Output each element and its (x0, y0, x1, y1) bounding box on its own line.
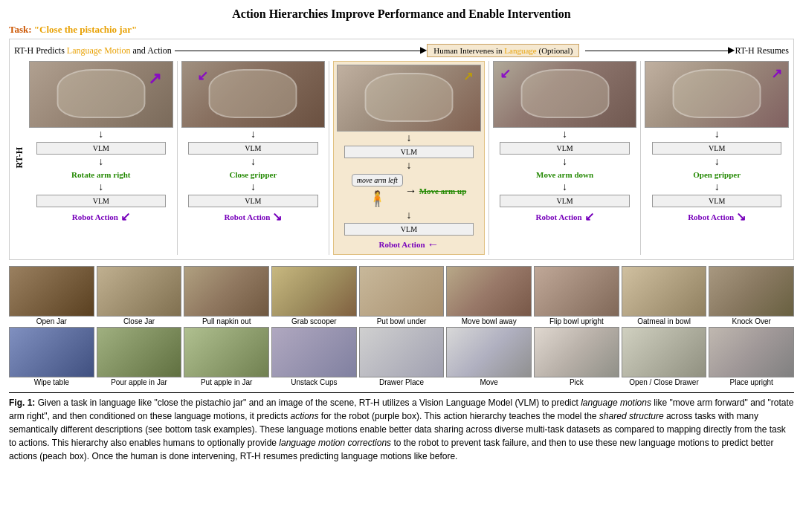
header-arrow-right: ▶ (585, 51, 732, 51)
img-flip-bowl (534, 266, 619, 317)
move-arm-bubble: move arm left (352, 174, 403, 186)
main-title: Action Hierarchies Improve Performance a… (9, 7, 794, 21)
arrow-head-left: ▶ (420, 45, 427, 56)
left-header-text: RT-H Predicts Language Motion and Action (14, 45, 172, 56)
diagram-section: RT-H Predicts Language Motion and Action… (9, 39, 794, 260)
img-label-pull-napkin: Pull napkin out (202, 317, 251, 325)
rt-h-label: RT-H (14, 147, 25, 168)
img-item-flip-bowl: Flip bowl upright (534, 266, 619, 325)
photo-3: ↗ (337, 65, 481, 132)
task-text: "Close the pistachio jar" (34, 24, 137, 35)
robot-action-label-2: Robot Action (224, 213, 270, 221)
img-item-move: Move (446, 327, 532, 386)
images-row-2: Wipe table Pour apple in Jar Put apple i… (9, 327, 794, 386)
arrow-down-5c: ↓ (715, 182, 720, 192)
vlm-action-side: Move arm up (419, 185, 467, 197)
img-knock-over (709, 266, 794, 317)
right-header-text: RT-H Resumes (735, 45, 789, 56)
diagram-center-header: Human Intervenes in Language (Optional) (427, 44, 579, 57)
img-unstack-cups (271, 327, 357, 377)
lang-word-center: Language (504, 46, 536, 55)
img-oatmeal (622, 266, 707, 317)
photo-5: ↗ (645, 61, 789, 128)
action-text-4: Move arm down (536, 170, 593, 179)
vlm-top-2: VLM (188, 142, 317, 155)
robot-action-arrow-2: ↘ (272, 210, 282, 224)
robot-action-label-4: Robot Action (536, 213, 582, 221)
caption-text-1: Given a task in language like "close the… (38, 398, 581, 408)
img-wipe-table (9, 327, 94, 377)
action-text-2: Close gripper (229, 170, 277, 179)
vlm-bottom-1: VLM (36, 195, 166, 207)
img-grab-scooper (271, 266, 357, 317)
img-label-knock-over: Knock Over (732, 317, 771, 325)
img-open-close-drawer (622, 327, 707, 377)
diagram-col-5: ↗ ↓ VLM ↓ Open gripper ↓ VLM Robot Actio… (645, 61, 789, 255)
action-text-3: Move arm up (419, 186, 467, 195)
arrow-down-1c: ↓ (98, 182, 103, 192)
arrow-down-4: ↓ (562, 129, 567, 140)
img-item-pour-apple: Pour apple in Jar (97, 327, 182, 386)
caption-section: Fig. 1: Given a task in language like "c… (9, 392, 794, 463)
images-section: Open Jar Close Jar Pull napkin out Grab … (9, 266, 794, 386)
robot-action-4: Robot Action ↙ (536, 210, 594, 224)
arrow-down-1: ↓ (98, 129, 103, 140)
arrow-overlay-1: ↗ (148, 69, 161, 88)
arrow-down-2: ↓ (251, 129, 256, 140)
img-open-jar (9, 266, 94, 317)
img-pull-napkin (184, 266, 269, 317)
img-item-close-jar: Close Jar (97, 266, 182, 325)
img-label-move: Move (480, 378, 497, 386)
arrow-down-3: ↓ (406, 133, 411, 143)
img-close-jar (97, 266, 182, 317)
img-pick (534, 327, 619, 377)
img-label-drawer-place: Drawer Place (379, 378, 424, 386)
img-item-pick: Pick (534, 327, 619, 386)
arrow-head-right: ▶ (728, 45, 735, 56)
arrow-down-3c: ↓ (406, 210, 411, 221)
robot-action-label-1: Robot Action (72, 213, 118, 221)
columns-container: RT-H ↗ ↓ VLM ↓ Rotate arm right ↓ VLM Ro… (14, 61, 789, 255)
arrow-overlay-2: ↙ (197, 68, 208, 84)
robot-action-1: Robot Action ↙ (72, 210, 130, 224)
img-label-grab-scooper: Grab scooper (291, 317, 337, 325)
img-item-open-close-drawer: Open / Close Drawer (622, 327, 707, 386)
caption-italic-3: shared structure (599, 411, 664, 421)
arrow-down-5b: ↓ (715, 157, 720, 167)
col-sep-4 (640, 61, 641, 255)
arrow-down-3b: ↓ (406, 160, 411, 171)
img-item-wipe-table: Wipe table (9, 327, 94, 386)
img-move-bowl (446, 266, 532, 317)
robot-action-arrow-1: ↙ (120, 210, 130, 224)
col-sep-2 (329, 61, 329, 255)
img-item-move-bowl: Move bowl away (446, 266, 532, 325)
robot-action-2: Robot Action ↘ (224, 210, 282, 224)
img-label-close-jar: Close Jar (123, 317, 155, 325)
img-label-open-close-drawer: Open / Close Drawer (629, 378, 698, 386)
arrow-down-1b: ↓ (98, 157, 103, 167)
lang-motion-text: Language Motion (67, 45, 131, 56)
caption-italic-2: actions (291, 411, 319, 421)
vlm-top-3: VLM (344, 146, 474, 158)
img-put-bowl (359, 266, 445, 317)
arrow-to-vlm: → (405, 184, 417, 198)
action-text-5: Open gripper (693, 170, 741, 179)
human-intervention-row: move arm left 🧍 → Move arm up (337, 172, 481, 209)
vlm-bottom-3: VLM (344, 223, 474, 236)
robot-action-arrow-4: ↙ (584, 210, 594, 224)
vlm-bottom-4: VLM (500, 195, 629, 207)
diagram-col-1: ↗ ↓ VLM ↓ Rotate arm right ↓ VLM Robot A… (29, 61, 173, 255)
diagram-col-3: ↗ ↓ VLM ↓ move arm left 🧍 → Move arm up (333, 61, 485, 255)
jar-image-5 (645, 62, 788, 127)
caption-italic-1: language motions (581, 398, 651, 408)
diagram-right-header: ▶ RT-H Resumes (582, 45, 789, 56)
action-text-1: Rotate arm right (71, 170, 130, 179)
diagram-col-4: ↙ ↓ VLM ↓ Move arm down ↓ VLM Robot Acti… (493, 61, 637, 255)
img-label-put-apple: Put apple in Jar (201, 378, 253, 386)
arrow-overlay-4: ↙ (500, 65, 511, 82)
task-prefix: Task: (9, 24, 34, 35)
img-item-unstack-cups: Unstack Cups (271, 327, 357, 386)
diagram-col-2: ↙ ↓ VLM ↓ Close gripper ↓ VLM Robot Acti… (181, 61, 326, 255)
caption-text-3: for the robot (purple box). This action … (319, 411, 599, 421)
img-label-wipe-table: Wipe table (34, 378, 69, 386)
